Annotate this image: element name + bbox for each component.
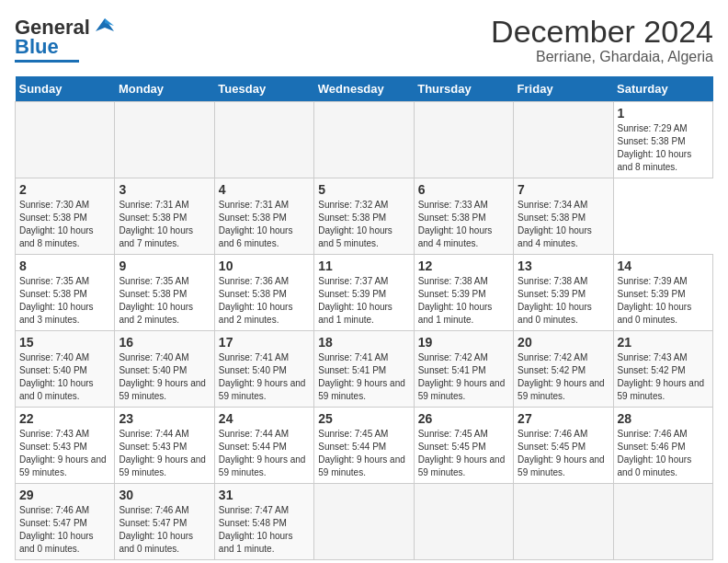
day-number: 9 <box>119 259 210 273</box>
day-info: Sunrise: 7:43 AMSunset: 5:43 PMDaylight:… <box>19 428 110 479</box>
calendar-cell-day-24: 24Sunrise: 7:44 AMSunset: 5:44 PMDayligh… <box>214 408 313 484</box>
day-number: 1 <box>618 106 709 121</box>
day-info: Sunrise: 7:40 AMSunset: 5:40 PMDaylight:… <box>19 351 110 403</box>
day-info: Sunrise: 7:31 AMSunset: 5:38 PMDaylight:… <box>119 199 210 250</box>
calendar-week-1: 1Sunrise: 7:29 AMSunset: 5:38 PMDaylight… <box>16 102 713 178</box>
calendar-cell-day-3: 3Sunrise: 7:31 AMSunset: 5:38 PMDaylight… <box>115 178 214 255</box>
day-info: Sunrise: 7:30 AMSunset: 5:38 PMDaylight:… <box>19 199 110 250</box>
calendar-week-4: 15Sunrise: 7:40 AMSunset: 5:40 PMDayligh… <box>16 331 713 408</box>
day-number: 5 <box>318 182 409 197</box>
col-header-friday: Friday <box>514 76 613 102</box>
day-info: Sunrise: 7:47 AMSunset: 5:48 PMDaylight:… <box>219 504 310 556</box>
calendar-cell-empty <box>314 102 414 178</box>
calendar-cell-day-6: 6Sunrise: 7:33 AMSunset: 5:38 PMDaylight… <box>414 178 513 255</box>
calendar-cell-day-9: 9Sunrise: 7:35 AMSunset: 5:38 PMDaylight… <box>115 255 214 331</box>
day-number: 29 <box>19 488 110 502</box>
calendar-cell-empty <box>514 102 613 178</box>
calendar-week-5: 22Sunrise: 7:43 AMSunset: 5:43 PMDayligh… <box>16 408 713 484</box>
calendar-cell-day-28: 28Sunrise: 7:46 AMSunset: 5:46 PMDayligh… <box>613 408 712 484</box>
day-info: Sunrise: 7:45 AMSunset: 5:44 PMDaylight:… <box>318 428 409 479</box>
calendar-cell-empty <box>514 484 613 560</box>
day-number: 14 <box>618 259 709 273</box>
day-info: Sunrise: 7:39 AMSunset: 5:39 PMDaylight:… <box>618 275 709 327</box>
col-header-tuesday: Tuesday <box>214 76 313 102</box>
day-info: Sunrise: 7:36 AMSunset: 5:38 PMDaylight:… <box>219 275 310 327</box>
calendar-cell-day-18: 18Sunrise: 7:41 AMSunset: 5:41 PMDayligh… <box>314 331 414 408</box>
day-number: 19 <box>418 335 509 350</box>
calendar-cell-day-19: 19Sunrise: 7:42 AMSunset: 5:41 PMDayligh… <box>414 331 513 408</box>
calendar-week-6: 29Sunrise: 7:46 AMSunset: 5:47 PMDayligh… <box>16 484 713 560</box>
day-number: 6 <box>418 182 509 197</box>
day-info: Sunrise: 7:37 AMSunset: 5:39 PMDaylight:… <box>318 275 409 327</box>
day-info: Sunrise: 7:38 AMSunset: 5:39 PMDaylight:… <box>418 275 509 327</box>
day-info: Sunrise: 7:42 AMSunset: 5:42 PMDaylight:… <box>518 351 609 403</box>
calendar-cell-day-5: 5Sunrise: 7:32 AMSunset: 5:38 PMDaylight… <box>314 178 414 255</box>
calendar-cell-day-14: 14Sunrise: 7:39 AMSunset: 5:39 PMDayligh… <box>613 255 712 331</box>
day-info: Sunrise: 7:46 AMSunset: 5:46 PMDaylight:… <box>618 428 709 479</box>
day-info: Sunrise: 7:34 AMSunset: 5:38 PMDaylight:… <box>518 199 609 250</box>
calendar-cell-day-30: 30Sunrise: 7:46 AMSunset: 5:47 PMDayligh… <box>115 484 214 560</box>
calendar-cell-day-27: 27Sunrise: 7:46 AMSunset: 5:45 PMDayligh… <box>514 408 613 484</box>
calendar-cell-day-29: 29Sunrise: 7:46 AMSunset: 5:47 PMDayligh… <box>16 484 115 560</box>
calendar-cell-day-15: 15Sunrise: 7:40 AMSunset: 5:40 PMDayligh… <box>16 331 115 408</box>
day-info: Sunrise: 7:41 AMSunset: 5:41 PMDaylight:… <box>318 351 409 403</box>
calendar-cell-empty <box>314 484 414 560</box>
col-header-thursday: Thursday <box>414 76 513 102</box>
calendar-cell-day-4: 4Sunrise: 7:31 AMSunset: 5:38 PMDaylight… <box>214 178 313 255</box>
logo-underline <box>15 60 79 63</box>
day-info: Sunrise: 7:45 AMSunset: 5:45 PMDaylight:… <box>418 428 509 479</box>
col-header-saturday: Saturday <box>613 76 712 102</box>
page-title: December 2024 <box>491 15 713 49</box>
day-info: Sunrise: 7:44 AMSunset: 5:44 PMDaylight:… <box>219 428 310 479</box>
calendar-week-3: 8Sunrise: 7:35 AMSunset: 5:38 PMDaylight… <box>16 255 713 331</box>
day-number: 17 <box>219 335 310 350</box>
day-info: Sunrise: 7:46 AMSunset: 5:47 PMDaylight:… <box>119 504 210 556</box>
logo-bird-icon <box>92 15 118 40</box>
day-info: Sunrise: 7:40 AMSunset: 5:40 PMDaylight:… <box>119 351 210 403</box>
day-number: 24 <box>219 411 310 426</box>
title-block: December 2024 Berriane, Ghardaia, Algeri… <box>491 15 713 65</box>
calendar-cell-empty <box>214 102 313 178</box>
day-info: Sunrise: 7:41 AMSunset: 5:40 PMDaylight:… <box>219 351 310 403</box>
day-number: 20 <box>518 335 609 350</box>
calendar-cell-empty <box>613 484 712 560</box>
calendar-cell-empty <box>115 102 214 178</box>
day-number: 4 <box>219 182 310 197</box>
day-info: Sunrise: 7:29 AMSunset: 5:38 PMDaylight:… <box>618 122 709 174</box>
col-header-sunday: Sunday <box>16 76 115 102</box>
calendar-cell-day-12: 12Sunrise: 7:38 AMSunset: 5:39 PMDayligh… <box>414 255 513 331</box>
day-info: Sunrise: 7:46 AMSunset: 5:45 PMDaylight:… <box>518 428 609 479</box>
page-subtitle: Berriane, Ghardaia, Algeria <box>491 49 713 65</box>
day-number: 10 <box>219 259 310 273</box>
day-info: Sunrise: 7:43 AMSunset: 5:42 PMDaylight:… <box>618 351 709 403</box>
calendar-cell-day-25: 25Sunrise: 7:45 AMSunset: 5:44 PMDayligh… <box>314 408 414 484</box>
calendar-cell-day-21: 21Sunrise: 7:43 AMSunset: 5:42 PMDayligh… <box>613 331 712 408</box>
calendar-week-2: 2Sunrise: 7:30 AMSunset: 5:38 PMDaylight… <box>16 178 713 255</box>
calendar-cell-day-31: 31Sunrise: 7:47 AMSunset: 5:48 PMDayligh… <box>214 484 313 560</box>
day-info: Sunrise: 7:32 AMSunset: 5:38 PMDaylight:… <box>318 199 409 250</box>
day-number: 22 <box>19 411 110 426</box>
col-header-wednesday: Wednesday <box>314 76 414 102</box>
calendar-cell-day-13: 13Sunrise: 7:38 AMSunset: 5:39 PMDayligh… <box>514 255 613 331</box>
calendar-cell-empty <box>16 102 115 178</box>
calendar-cell-day-16: 16Sunrise: 7:40 AMSunset: 5:40 PMDayligh… <box>115 331 214 408</box>
day-info: Sunrise: 7:46 AMSunset: 5:47 PMDaylight:… <box>19 504 110 556</box>
calendar-cell-day-17: 17Sunrise: 7:41 AMSunset: 5:40 PMDayligh… <box>214 331 313 408</box>
calendar-cell-day-20: 20Sunrise: 7:42 AMSunset: 5:42 PMDayligh… <box>514 331 613 408</box>
day-number: 31 <box>219 488 310 502</box>
logo: General Blue <box>15 15 118 63</box>
calendar-cell-day-1: 1Sunrise: 7:29 AMSunset: 5:38 PMDaylight… <box>613 102 712 178</box>
day-number: 11 <box>318 259 409 273</box>
calendar-table: SundayMondayTuesdayWednesdayThursdayFrid… <box>15 76 713 560</box>
day-number: 25 <box>318 411 409 426</box>
day-info: Sunrise: 7:38 AMSunset: 5:39 PMDaylight:… <box>518 275 609 327</box>
day-info: Sunrise: 7:35 AMSunset: 5:38 PMDaylight:… <box>19 275 110 327</box>
page-header: General Blue December 2024 Berriane, Gha… <box>15 15 713 65</box>
day-number: 26 <box>418 411 509 426</box>
calendar-cell-empty <box>414 102 513 178</box>
calendar-cell-day-10: 10Sunrise: 7:36 AMSunset: 5:38 PMDayligh… <box>214 255 313 331</box>
day-number: 2 <box>19 182 110 197</box>
calendar-cell-day-2: 2Sunrise: 7:30 AMSunset: 5:38 PMDaylight… <box>16 178 115 255</box>
day-number: 27 <box>518 411 609 426</box>
day-number: 23 <box>119 411 210 426</box>
